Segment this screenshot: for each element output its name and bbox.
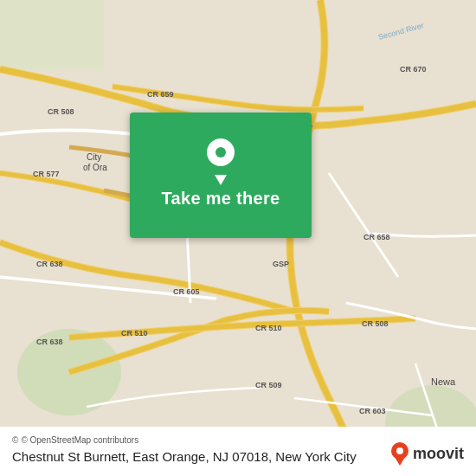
svg-text:CR 658: CR 658 [363, 233, 390, 241]
svg-text:CR 509: CR 509 [255, 381, 282, 389]
action-panel: Take me there [130, 113, 312, 238]
svg-text:of Ora: of Ora [83, 163, 107, 172]
svg-text:CR 605: CR 605 [173, 287, 200, 296]
location-pin [205, 138, 236, 177]
svg-text:CR 577: CR 577 [33, 170, 60, 178]
svg-text:CR 670: CR 670 [400, 65, 427, 74]
svg-text:CR 508: CR 508 [48, 107, 74, 116]
svg-text:GSP: GSP [273, 260, 289, 268]
moovit-pin-icon [390, 441, 409, 466]
svg-marker-24 [395, 457, 405, 466]
svg-text:CR 508: CR 508 [362, 319, 389, 328]
map-container: CR 508 CR 659 CR 670 CR 577 CR 638 CR 63… [0, 0, 476, 476]
moovit-logo: moovit [390, 441, 464, 466]
svg-text:CR 638: CR 638 [36, 260, 63, 268]
pin-tail [215, 175, 227, 185]
svg-text:CR 510: CR 510 [255, 324, 282, 332]
svg-text:CR 510: CR 510 [121, 329, 148, 338]
take-me-there-button[interactable]: Take me there [155, 185, 287, 212]
svg-text:City: City [87, 152, 101, 162]
copyright-text: © OpenStreetMap contributors [21, 435, 138, 445]
svg-text:CR 603: CR 603 [359, 407, 386, 415]
svg-text:CR 638: CR 638 [36, 338, 63, 346]
svg-point-25 [396, 447, 403, 454]
info-bar: © © OpenStreetMap contributors Chestnut … [0, 427, 476, 476]
map-svg: CR 508 CR 659 CR 670 CR 577 CR 638 CR 63… [0, 0, 476, 476]
svg-rect-2 [0, 0, 104, 69]
svg-text:CR 659: CR 659 [147, 90, 174, 99]
svg-text:Newa: Newa [431, 376, 456, 387]
copyright-symbol: © [12, 435, 18, 445]
moovit-brand-name: moovit [413, 445, 464, 463]
pin-circle [207, 138, 235, 166]
location-pin-wrapper [205, 138, 236, 177]
